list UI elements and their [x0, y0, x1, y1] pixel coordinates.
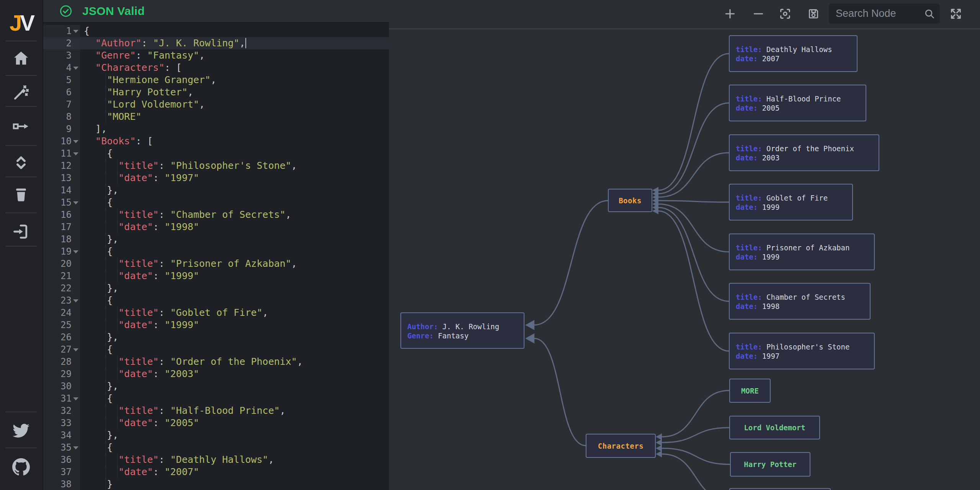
editor-line[interactable]: "Lord Voldemort",: [80, 98, 389, 111]
editor-line[interactable]: {: [80, 343, 389, 356]
zoom-out-button[interactable]: [751, 7, 765, 21]
line-number: 22: [60, 282, 72, 294]
editor-line[interactable]: },: [80, 331, 389, 343]
editor-line[interactable]: {: [80, 441, 389, 454]
graph-node-book[interactable]: title: Half-Blood Princedate: 2005: [729, 85, 866, 121]
center-view-button[interactable]: [778, 7, 792, 21]
fold-toggle-icon[interactable]: [73, 201, 78, 204]
editor-line[interactable]: "date": "1998": [80, 221, 389, 233]
editor-line[interactable]: "Books": [: [80, 135, 389, 147]
sidebar-item-twitter[interactable]: [12, 421, 30, 440]
editor-line[interactable]: "Author": "J. K. Rowling",: [80, 37, 389, 49]
graph-canvas[interactable]: Author: J. K. RowlingGenre: Fantasytitle…: [389, 0, 980, 490]
editor-line[interactable]: },: [80, 233, 389, 245]
editor-code-area[interactable]: { "Author": "J. K. Rowling", "Genre": "F…: [80, 25, 389, 490]
fold-toggle-icon[interactable]: [73, 397, 78, 400]
fold-toggle-icon[interactable]: [73, 67, 78, 70]
graph-node-characters-parent[interactable]: Characters: [586, 434, 656, 458]
fold-toggle-icon[interactable]: [73, 250, 78, 253]
editor-line[interactable]: }: [80, 478, 389, 490]
fold-toggle-icon[interactable]: [73, 348, 78, 351]
line-number: 2: [66, 37, 72, 49]
editor-line[interactable]: "title": "Order of the Phoenix",: [80, 356, 389, 368]
editor-line[interactable]: "Characters": [: [80, 62, 389, 74]
editor-line[interactable]: {: [80, 245, 389, 258]
editor-line[interactable]: "MORE": [80, 111, 389, 123]
editor-line[interactable]: "date": "2005": [80, 417, 389, 429]
editor-line[interactable]: "Hermione Granger",: [80, 74, 389, 86]
editor-line[interactable]: "date": "1999": [80, 270, 389, 282]
line-number: 17: [60, 221, 72, 233]
graph-node-character[interactable]: Harry Potter: [730, 452, 810, 477]
code-editor[interactable]: 1234567891011121314151617181920212223242…: [43, 24, 389, 490]
node-value: Half-Blood Prince: [766, 95, 841, 103]
editor-line[interactable]: "date": "2007": [80, 466, 389, 478]
editor-line[interactable]: "title": "Goblet of Fire",: [80, 307, 389, 319]
sidebar-item-auto-format[interactable]: [12, 83, 30, 102]
editor-line[interactable]: "title": "Half-Blood Prince",: [80, 405, 389, 417]
gutter-row: 27: [43, 343, 80, 356]
graph-node-book[interactable]: title: Philosopher's Stonedate: 1997: [729, 333, 875, 369]
graph-node-character[interactable]: MORE: [729, 379, 771, 403]
sidebar-divider: [5, 212, 37, 213]
graph-node-book[interactable]: title: Prisoner of Azkabandate: 1999: [729, 234, 875, 270]
graph-node-root[interactable]: Author: J. K. RowlingGenre: Fantasy: [400, 312, 524, 349]
editor-line[interactable]: {: [80, 25, 389, 37]
sidebar-item-github[interactable]: [12, 458, 30, 476]
sidebar-item-node-view[interactable]: [12, 117, 30, 136]
editor-line[interactable]: "Harry Potter",: [80, 86, 389, 98]
editor-line[interactable]: "date": "1999": [80, 319, 389, 331]
fullscreen-button[interactable]: [949, 7, 963, 21]
line-number: 32: [60, 405, 72, 417]
editor-line[interactable]: {: [80, 196, 389, 209]
editor-line-text: {: [80, 392, 389, 405]
editor-line-text: }: [80, 478, 389, 490]
editor-line[interactable]: "date": "1997": [80, 172, 389, 184]
search-icon[interactable]: [924, 8, 935, 21]
sidebar-item-clear[interactable]: [12, 185, 30, 204]
graph-node-book[interactable]: title: Chamber of Secretsdate: 1998: [729, 283, 871, 320]
node-key: title:: [736, 343, 762, 351]
fold-toggle-icon[interactable]: [73, 152, 78, 155]
graph-edge: [534, 201, 608, 325]
search-node-input[interactable]: [829, 3, 940, 24]
line-number: 4: [66, 62, 72, 74]
fold-toggle-icon[interactable]: [73, 446, 78, 449]
sidebar-divider: [5, 106, 37, 107]
editor-line[interactable]: },: [80, 429, 389, 441]
editor-line[interactable]: ],: [80, 123, 389, 135]
fold-toggle-icon[interactable]: [73, 140, 78, 143]
editor-line[interactable]: "Genre": "Fantasy",: [80, 49, 389, 62]
editor-line[interactable]: {: [80, 392, 389, 405]
editor-line[interactable]: },: [80, 380, 389, 392]
graph-node-book[interactable]: title: Goblet of Firedate: 1999: [729, 184, 853, 220]
fold-toggle-icon[interactable]: [73, 299, 78, 302]
editor-line[interactable]: "date": "2003": [80, 368, 389, 380]
app-logo[interactable]: JV: [0, 8, 42, 37]
sidebar-item-home[interactable]: [12, 49, 30, 67]
node-value: 1999: [762, 253, 780, 261]
editor-line[interactable]: {: [80, 147, 389, 160]
node-value: 1998: [762, 302, 780, 310]
sidebar-item-expand-collapse[interactable]: [12, 154, 30, 172]
editor-line-text: },: [80, 331, 389, 343]
zoom-in-button[interactable]: [723, 7, 737, 21]
graph-node-book[interactable]: title: Order of the Phoenixdate: 2003: [729, 134, 879, 171]
editor-line-text: {: [80, 147, 389, 160]
editor-line[interactable]: "title": "Prisoner of Azkaban",: [80, 258, 389, 270]
graph-node-character[interactable]: Hermione Granger: [729, 488, 831, 490]
editor-line[interactable]: "title": "Deathly Hallows",: [80, 454, 389, 466]
editor-line[interactable]: "title": "Chamber of Secrets",: [80, 209, 389, 221]
graph-edge: [534, 338, 586, 446]
editor-line[interactable]: },: [80, 184, 389, 196]
editor-line[interactable]: {: [80, 294, 389, 307]
graph-node-book[interactable]: title: Deathly Hallowsdate: 2007: [729, 35, 858, 72]
graph-node-character[interactable]: Lord Voldemort: [729, 416, 820, 439]
sidebar-item-import[interactable]: [12, 222, 30, 241]
graph-node-books-parent[interactable]: Books: [608, 189, 652, 212]
editor-line[interactable]: },: [80, 282, 389, 294]
editor-line[interactable]: "title": "Philosopher's Stone",: [80, 160, 389, 172]
logo-letter-j: J: [10, 10, 20, 36]
fold-toggle-icon[interactable]: [73, 30, 78, 33]
save-button[interactable]: [807, 7, 820, 21]
